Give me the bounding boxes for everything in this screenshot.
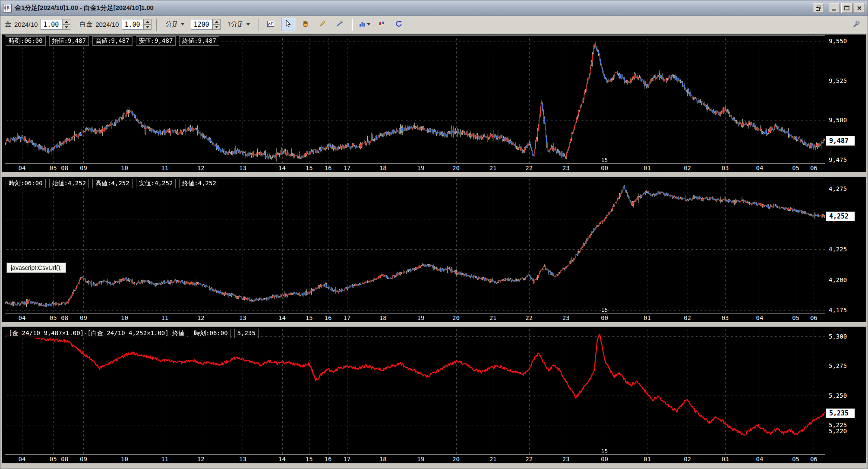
y-axis-label: 9,550	[829, 38, 847, 44]
select-tool-button[interactable]	[281, 18, 295, 31]
gold-multiplier-spinner: 1.00	[41, 19, 70, 30]
pan-tool-button[interactable]	[298, 18, 312, 31]
platinum-multiplier-spinner: 1.00	[122, 19, 152, 30]
gold-multiplier-up-button[interactable]	[62, 19, 70, 25]
x-axis-label: 09	[80, 314, 87, 321]
x-axis-label: 08	[61, 456, 68, 463]
x-axis-label: 17	[343, 456, 350, 463]
select-tool-icon	[284, 20, 292, 29]
app-window: 金1分足[2024/10]1.00 - 白金1分足[2024/10]1.00 金…	[0, 0, 868, 469]
gold-chart-canvas[interactable]	[5, 35, 825, 164]
y-axis-label: 9,475	[829, 156, 847, 163]
x-axis-label: 22	[525, 165, 533, 171]
y-axis-label: 4,200	[829, 276, 847, 283]
x-axis-label: 11	[161, 165, 168, 171]
platinum-multiplier-up-button[interactable]	[143, 19, 152, 25]
maximize-button[interactable]	[841, 3, 852, 13]
gold-multiplier-down-button[interactable]	[62, 25, 70, 30]
platinum-label: 白金	[79, 20, 92, 29]
info-time: 時刻:06:00	[191, 329, 231, 338]
compare-chart-button[interactable]	[375, 18, 389, 31]
platinum-chart-canvas[interactable]	[5, 178, 825, 314]
gold-time-axis: 0405080910111213141516171819202122230001…	[5, 164, 825, 172]
x-axis-label: 13	[239, 165, 246, 171]
gold-last-price-tag: 9,487	[826, 136, 855, 146]
x-axis-label: 05	[792, 456, 799, 463]
minimize-button[interactable]	[829, 3, 840, 13]
x-axis-label: 10	[121, 165, 128, 171]
info-low: 安値:4,252	[136, 179, 176, 188]
close-button[interactable]	[854, 3, 865, 13]
interval-type-dropdown[interactable]: 分足	[162, 19, 188, 30]
y-axis-label: 4,225	[829, 246, 847, 253]
x-axis-label: 23	[562, 456, 570, 463]
refresh-button[interactable]	[392, 18, 406, 31]
popout-window-button[interactable]	[813, 3, 824, 13]
x-axis-label: 15	[306, 456, 313, 463]
chart-mode-button[interactable]	[264, 18, 278, 31]
info-close: 終値:4,252	[179, 179, 219, 188]
x-axis-label: 05	[50, 314, 57, 321]
x-axis-label: 14	[278, 456, 286, 463]
x-axis-label: 15	[306, 314, 313, 321]
gold-plot-area: 15	[5, 35, 825, 164]
gold-multiplier-input[interactable]: 1.00	[41, 19, 62, 30]
platinum-time-axis: 0405080910111213141516171819202122230001…	[5, 314, 825, 322]
x-axis-label: 00	[601, 456, 608, 463]
timeframe-dropdown[interactable]: 1分足	[224, 19, 253, 30]
x-axis-label: 08	[61, 165, 68, 171]
bar-count-spinner: 1200	[191, 19, 221, 30]
pencil-tool-button[interactable]	[316, 18, 330, 31]
info-time: 時刻:06:00	[6, 179, 46, 188]
x-axis-label: 10	[121, 314, 128, 321]
x-axis-label: 06	[810, 314, 817, 321]
x-axis-label: 18	[379, 314, 387, 321]
spread-info: [金 24/10 9,487×1.00]-[白金 24/10 4,252×1.0…	[6, 329, 259, 338]
x-axis-label: 21	[489, 314, 497, 321]
x-axis-label: 14	[278, 314, 286, 321]
platinum-last-price-tag: 4,252	[826, 212, 855, 221]
spread-chart-canvas[interactable]	[5, 328, 825, 455]
line-draw-tool-button[interactable]	[333, 18, 347, 31]
chevron-down-icon	[367, 23, 370, 25]
y-axis-label: 5,275	[829, 362, 847, 369]
indicator-chart-button[interactable]	[357, 18, 372, 31]
x-axis-label: 03	[722, 314, 729, 321]
x-axis-label: 10	[121, 456, 128, 463]
x-axis-label: 19	[417, 314, 424, 321]
chevron-down-icon	[246, 23, 250, 25]
platinum-multiplier-input[interactable]: 1.00	[122, 19, 143, 30]
x-axis-label: 05	[50, 165, 57, 171]
settings-wrench-button[interactable]	[849, 18, 863, 31]
date-marker: 15	[601, 157, 608, 163]
bar-count-down-button[interactable]	[212, 25, 221, 30]
platinum-multiplier-down-button[interactable]	[143, 25, 152, 30]
spread-chart-panel: 15 [金 24/10 9,487×1.00]-[白金 24/10 4,252×…	[2, 326, 866, 463]
x-axis-label: 01	[644, 456, 651, 463]
platinum-price-axis: 4,252 4,2754,2504,2254,2004,175	[825, 177, 866, 322]
x-axis-label: 04	[756, 165, 763, 171]
bar-count-input[interactable]: 1200	[191, 19, 212, 30]
x-axis-label: 18	[379, 456, 387, 463]
gold-chart-panel: 15 時刻:06:00 始値:9,487 高値:9,487 安値:9,487 終…	[2, 34, 866, 172]
gold-ohlc-info: 時刻:06:00 始値:9,487 高値:9,487 安値:9,487 終値:9…	[6, 36, 219, 46]
x-axis-label: 06	[810, 165, 817, 171]
x-axis-label: 09	[80, 456, 87, 463]
bar-count-up-button[interactable]	[212, 19, 221, 25]
x-axis-label: 17	[343, 165, 350, 171]
interval-type-label: 分足	[165, 20, 178, 29]
x-axis-label: 05	[792, 165, 799, 171]
spread-plot-area: 15	[5, 328, 825, 455]
gold-contract-month: 2024/10	[14, 21, 38, 28]
x-axis-label: 05	[792, 314, 799, 321]
x-axis-label: 13	[239, 456, 246, 463]
y-axis-label: 9,525	[829, 77, 847, 84]
x-axis-label: 19	[417, 456, 424, 463]
info-high: 高値:9,487	[92, 36, 133, 46]
line-draw-tool-icon	[336, 20, 344, 29]
pencil-tool-icon	[319, 20, 326, 29]
x-axis-label: 02	[684, 314, 691, 321]
status-tooltip: javascript:CsvUrl();	[6, 263, 66, 273]
timeframe-label: 1分足	[227, 20, 243, 29]
x-axis-label: 20	[452, 165, 460, 171]
